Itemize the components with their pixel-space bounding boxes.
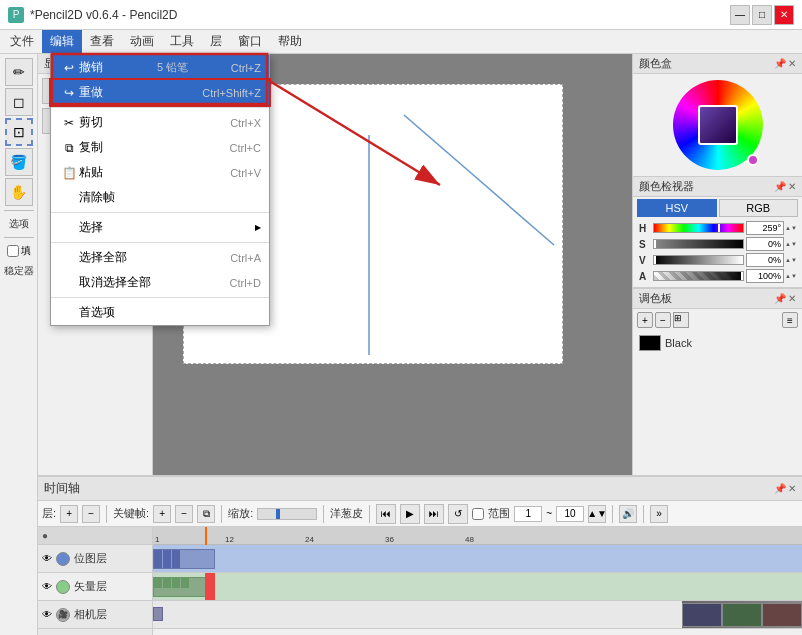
menu-sep-1 bbox=[51, 107, 269, 108]
menu-deselect-all[interactable]: 取消选择全部 Ctrl+D bbox=[51, 270, 269, 295]
paste-text: 粘贴 bbox=[79, 164, 230, 181]
v-spinner[interactable]: ▲▼ bbox=[786, 253, 796, 267]
a-spinner[interactable]: ▲▼ bbox=[786, 269, 796, 283]
playback-forward-button[interactable]: ⏭ bbox=[424, 504, 444, 524]
color-box-pin-icon[interactable]: 📌 bbox=[774, 58, 786, 69]
window-controls[interactable]: — □ ✕ bbox=[730, 5, 794, 25]
menu-cut[interactable]: ✂ 剪切 Ctrl+X bbox=[51, 110, 269, 135]
s-value[interactable]: 0% bbox=[746, 237, 784, 251]
camera-keyframe bbox=[153, 607, 163, 621]
tool-pencil[interactable]: ✏ bbox=[5, 58, 33, 86]
swatch-close-icon[interactable]: ✕ bbox=[788, 293, 796, 304]
duplicate-keyframe-button[interactable]: ⧉ bbox=[197, 505, 215, 523]
menu-help[interactable]: 帮助 bbox=[270, 30, 310, 53]
color-viewer-pin-icon[interactable]: 📌 bbox=[774, 181, 786, 192]
s-spinner[interactable]: ▲▼ bbox=[786, 237, 796, 251]
zoom-slider[interactable] bbox=[257, 508, 317, 520]
a-label: A bbox=[639, 271, 651, 282]
timeline-expand-button[interactable]: » bbox=[650, 505, 668, 523]
fill-checkbox[interactable] bbox=[7, 245, 19, 257]
color-box-title: 颜色盒 bbox=[639, 56, 672, 71]
a-value[interactable]: 100% bbox=[746, 269, 784, 283]
add-keyframe-button[interactable]: + bbox=[153, 505, 171, 523]
range-end-input[interactable]: 10 bbox=[556, 506, 584, 522]
tab-hsv[interactable]: HSV bbox=[637, 199, 717, 217]
menu-preferences[interactable]: 首选项 bbox=[51, 300, 269, 325]
swatch-add-button[interactable]: + bbox=[637, 312, 653, 328]
close-button[interactable]: ✕ bbox=[774, 5, 794, 25]
add-layer-button[interactable]: + bbox=[60, 505, 78, 523]
remove-keyframe-button[interactable]: − bbox=[175, 505, 193, 523]
color-wheel[interactable] bbox=[673, 80, 763, 170]
menu-animation[interactable]: 动画 bbox=[122, 30, 162, 53]
copy-icon: ⧉ bbox=[59, 141, 79, 155]
range-separator: ~ bbox=[546, 508, 552, 519]
remove-layer-button[interactable]: − bbox=[82, 505, 100, 523]
a-slider[interactable] bbox=[653, 271, 744, 281]
track-row-bitmap[interactable] bbox=[153, 545, 802, 573]
layer-visibility-vector[interactable]: 👁 bbox=[42, 581, 52, 592]
h-spinner[interactable]: ▲▼ bbox=[786, 221, 796, 235]
swatch-pin-icon[interactable]: 📌 bbox=[774, 293, 786, 304]
color-sliders: H 259° ▲▼ S bbox=[633, 219, 802, 287]
color-box-close-icon[interactable]: ✕ bbox=[788, 58, 796, 69]
undo-text: 撤销 bbox=[79, 59, 153, 76]
menu-layer[interactable]: 层 bbox=[202, 30, 230, 53]
tool-eraser[interactable]: ◻ bbox=[5, 88, 33, 116]
timeline-close-icon[interactable]: ✕ bbox=[788, 483, 796, 494]
layer-label: 层: bbox=[42, 506, 56, 521]
current-frame-indicator: ● bbox=[42, 530, 48, 541]
h-label: H bbox=[639, 223, 651, 234]
swatch-menu-button[interactable]: ≡ bbox=[782, 312, 798, 328]
playback-loop-button[interactable]: ↺ bbox=[448, 504, 468, 524]
range-checkbox[interactable] bbox=[472, 508, 484, 520]
volume-button[interactable]: 🔊 bbox=[619, 505, 637, 523]
keyframe-label: 关键帧: bbox=[113, 506, 149, 521]
menu-select[interactable]: 选择 ▶ bbox=[51, 215, 269, 240]
range-spinner[interactable]: ▲▼ bbox=[588, 505, 606, 523]
layer-row-camera[interactable]: 👁 🎥 相机层 bbox=[38, 601, 152, 629]
swatch-item-black[interactable]: Black bbox=[637, 333, 798, 353]
menu-sep-3 bbox=[51, 242, 269, 243]
menu-window[interactable]: 窗口 bbox=[230, 30, 270, 53]
playback-back-button[interactable]: ⏮ bbox=[376, 504, 396, 524]
minimize-button[interactable]: — bbox=[730, 5, 750, 25]
menu-copy[interactable]: ⧉ 复制 Ctrl+C bbox=[51, 135, 269, 160]
onion-skin-label: 洋葱皮 bbox=[330, 506, 363, 521]
layer-visibility-bitmap[interactable]: 👁 bbox=[42, 553, 52, 564]
v-value[interactable]: 0% bbox=[746, 253, 784, 267]
swatch-grid-button[interactable]: ⊞ bbox=[673, 312, 689, 328]
track-row-camera[interactable] bbox=[153, 601, 802, 629]
tl-sep-5 bbox=[612, 505, 613, 523]
h-slider[interactable] bbox=[653, 223, 744, 233]
menu-tools[interactable]: 工具 bbox=[162, 30, 202, 53]
h-value[interactable]: 259° bbox=[746, 221, 784, 235]
color-viewer-close-icon[interactable]: ✕ bbox=[788, 181, 796, 192]
timeline-pin-icon[interactable]: 📌 bbox=[774, 483, 786, 494]
layer-row-bitmap[interactable]: 👁 位图层 bbox=[38, 545, 152, 573]
menu-view[interactable]: 查看 bbox=[82, 30, 122, 53]
layer-name-camera: 相机层 bbox=[74, 607, 107, 622]
maximize-button[interactable]: □ bbox=[752, 5, 772, 25]
tool-fill[interactable]: 🪣 bbox=[5, 148, 33, 176]
track-row-vector[interactable] bbox=[153, 573, 802, 601]
menu-edit[interactable]: 编辑 bbox=[42, 30, 82, 53]
menu-clear-frame[interactable]: 清除帧 bbox=[51, 185, 269, 210]
select-submenu-arrow: ▶ bbox=[255, 223, 261, 232]
layer-row-vector[interactable]: 👁 矢量层 bbox=[38, 573, 152, 601]
menu-paste[interactable]: 📋 粘贴 Ctrl+V bbox=[51, 160, 269, 185]
tool-hand[interactable]: ✋ bbox=[5, 178, 33, 206]
menu-redo[interactable]: ↪ 重做 Ctrl+Shift+Z bbox=[51, 80, 269, 105]
s-slider[interactable] bbox=[653, 239, 744, 249]
menu-file[interactable]: 文件 bbox=[2, 30, 42, 53]
menu-sep-2 bbox=[51, 212, 269, 213]
menu-select-all[interactable]: 选择全部 Ctrl+A bbox=[51, 245, 269, 270]
layer-visibility-camera[interactable]: 👁 bbox=[42, 609, 52, 620]
playback-play-button[interactable]: ▶ bbox=[400, 504, 420, 524]
range-start-input[interactable]: 1 bbox=[514, 506, 542, 522]
swatch-remove-button[interactable]: − bbox=[655, 312, 671, 328]
tab-rgb[interactable]: RGB bbox=[719, 199, 799, 217]
menu-undo[interactable]: ↩ 撤销 5 铅笔 Ctrl+Z bbox=[51, 55, 269, 80]
v-slider[interactable] bbox=[653, 255, 744, 265]
tool-select[interactable]: ⊡ bbox=[5, 118, 33, 146]
